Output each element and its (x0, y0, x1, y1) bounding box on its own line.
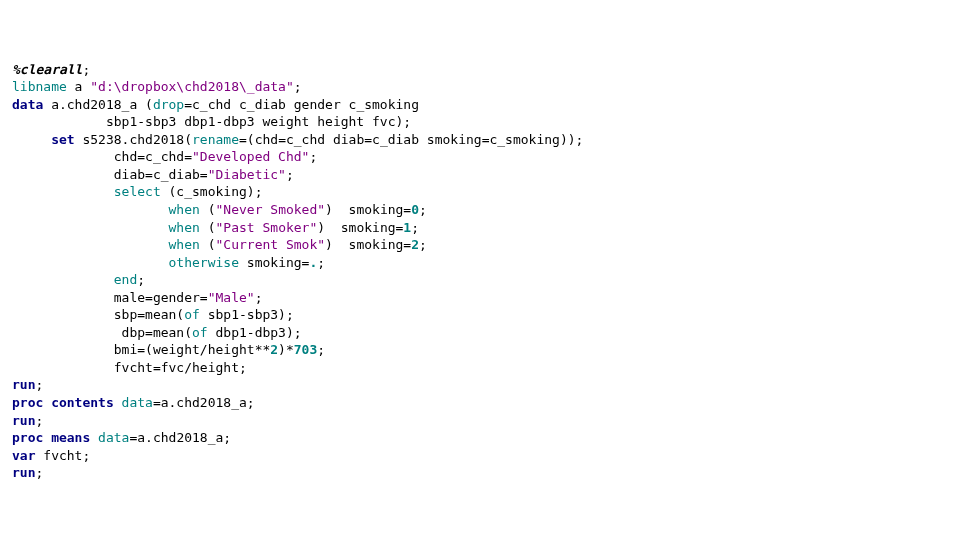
token-plain: a (67, 79, 90, 94)
token-kw: run (12, 465, 35, 480)
token-opt: drop (153, 97, 184, 112)
token-macro: clearall (20, 62, 83, 77)
token-num: 703 (294, 342, 317, 357)
token-plain: dbp=mean( (12, 325, 192, 340)
token-plain: a.chd2018_a ( (43, 97, 153, 112)
token-plain: ; (317, 255, 325, 270)
code-line: sbp1-sbp3 dbp1-dbp3 weight height fvc); (12, 113, 948, 131)
token-plain: fvcht=fvc/height; (12, 360, 247, 375)
token-plain: sbp=mean( (12, 307, 184, 322)
token-str: "Diabetic" (208, 167, 286, 182)
code-line: when ("Past Smoker") smoking=1; (12, 219, 948, 237)
code-line: male=gender="Male"; (12, 289, 948, 307)
token-plain (12, 255, 169, 270)
token-plain (12, 272, 114, 287)
token-plain: ; (35, 377, 43, 392)
token-str: "Current Smok" (216, 237, 326, 252)
token-plain: ) smoking= (325, 237, 411, 252)
token-plain: ; (35, 413, 43, 428)
code-line: when ("Current Smok") smoking=2; (12, 236, 948, 254)
token-num: 2 (411, 237, 419, 252)
token-str: "Past Smoker" (216, 220, 318, 235)
token-opt: data (98, 430, 129, 445)
token-plain: ; (286, 167, 294, 182)
token-num: 2 (270, 342, 278, 357)
token-opt: select (114, 184, 161, 199)
token-plain: ; (317, 342, 325, 357)
token-opt: when (169, 202, 200, 217)
token-opt: when (169, 237, 200, 252)
token-plain: ; (309, 149, 317, 164)
code-line: dbp=mean(of dbp1-dbp3); (12, 324, 948, 342)
token-plain: ( (200, 237, 216, 252)
token-kw: data (12, 97, 43, 112)
token-plain: )* (278, 342, 294, 357)
code-line: proc contents data=a.chd2018_a; (12, 394, 948, 412)
token-plain: ; (255, 290, 263, 305)
token-plain: (c_smoking); (161, 184, 263, 199)
token-plain: ) smoking= (325, 202, 411, 217)
token-plain: ( (200, 220, 216, 235)
token-plain: ; (419, 202, 427, 217)
code-line: otherwise smoking=.; (12, 254, 948, 272)
token-plain: =a.chd2018_a; (153, 395, 255, 410)
code-line: libname a "d:\dropbox\chd2018\_data"; (12, 78, 948, 96)
token-plain (12, 202, 169, 217)
token-plain: bmi=(weight/height** (12, 342, 270, 357)
token-str: "Developed Chd" (192, 149, 309, 164)
token-kw: proc means (12, 430, 90, 445)
token-plain: fvcht; (35, 448, 90, 463)
token-plain: s5238.chd2018( (75, 132, 192, 147)
token-plain: ; (419, 237, 427, 252)
token-plain: ( (200, 202, 216, 217)
token-str: "Male" (208, 290, 255, 305)
token-str: "d:\dropbox\chd2018\_data" (90, 79, 294, 94)
token-macro: % (12, 62, 20, 77)
token-kw: run (12, 413, 35, 428)
code-line: set s5238.chd2018(rename=(chd=c_chd diab… (12, 131, 948, 149)
code-line: %clearall; (12, 61, 948, 79)
token-plain: sbp1-sbp3 dbp1-dbp3 weight height fvc); (12, 114, 411, 129)
token-plain: ; (35, 465, 43, 480)
token-plain (12, 132, 51, 147)
code-line: data a.chd2018_a (drop=c_chd c_diab gend… (12, 96, 948, 114)
token-plain (90, 430, 98, 445)
token-num: 1 (403, 220, 411, 235)
code-line: sbp=mean(of sbp1-sbp3); (12, 306, 948, 324)
token-plain: chd=c_chd= (12, 149, 192, 164)
token-str: "Never Smoked" (216, 202, 326, 217)
token-plain: =a.chd2018_a; (129, 430, 231, 445)
token-opt: rename (192, 132, 239, 147)
token-plain: dbp1-dbp3); (208, 325, 302, 340)
code-line: var fvcht; (12, 447, 948, 465)
code-line: diab=c_diab="Diabetic"; (12, 166, 948, 184)
token-opt: libname (12, 79, 67, 94)
token-plain: diab=c_diab= (12, 167, 208, 182)
token-plain: ; (82, 62, 90, 77)
token-kw: run (12, 377, 35, 392)
token-kw: set (51, 132, 74, 147)
code-line: chd=c_chd="Developed Chd"; (12, 148, 948, 166)
token-plain (114, 395, 122, 410)
code-line: end; (12, 271, 948, 289)
code-line: run; (12, 412, 948, 430)
token-plain: ; (411, 220, 419, 235)
token-plain (12, 220, 169, 235)
token-plain (12, 237, 169, 252)
token-opt: data (122, 395, 153, 410)
token-plain: sbp1-sbp3); (200, 307, 294, 322)
sas-code-block: %clearall;libname a "d:\dropbox\chd2018\… (12, 61, 948, 482)
token-opt: of (184, 307, 200, 322)
code-line: when ("Never Smoked") smoking=0; (12, 201, 948, 219)
code-line: run; (12, 376, 948, 394)
token-plain (12, 184, 114, 199)
token-num: 0 (411, 202, 419, 217)
token-kw: var (12, 448, 35, 463)
token-opt: of (192, 325, 208, 340)
token-plain: smoking= (239, 255, 309, 270)
token-opt: end (114, 272, 137, 287)
token-plain: ; (294, 79, 302, 94)
token-plain: male=gender= (12, 290, 208, 305)
token-plain: =(chd=c_chd diab=c_diab smoking=c_smokin… (239, 132, 583, 147)
token-plain: ; (137, 272, 145, 287)
